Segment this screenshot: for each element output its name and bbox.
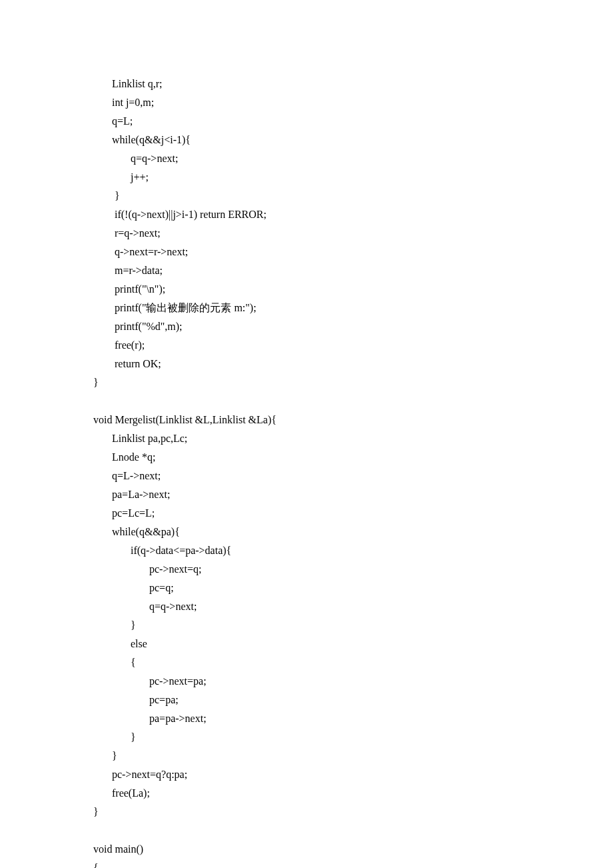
code-line: printf("%d",m); [93,317,520,336]
code-line: else [93,635,520,653]
code-line: pc->next=q?q:pa; [93,765,520,784]
code-line: q=q->next; [93,149,520,168]
code-line: } [93,373,520,392]
code-line: j++; [93,168,520,187]
code-line: int j=0,m; [93,93,520,112]
code-line: { [93,859,520,868]
code-line: if(q->data<=pa->data){ [93,541,520,560]
code-line: if(!(q->next)||j>i-1) return ERROR; [93,205,520,224]
code-line: r=q->next; [93,224,520,243]
code-line: printf("输出被删除的元素 m:"); [93,299,520,317]
code-line: } [93,803,520,821]
code-line: { [93,653,520,672]
code-line: pc->next=pa; [93,672,520,691]
code-line: void main() [93,840,520,859]
code-line: pc=Lc=L; [93,504,520,523]
code-line [93,821,520,840]
code-line: } [93,616,520,635]
code-line: pc=q; [93,579,520,597]
code-line: q=L; [93,112,520,131]
code-line: return OK; [93,355,520,373]
code-line [93,392,520,411]
code-line: pc->next=q; [93,560,520,579]
code-line: free(r); [93,336,520,355]
code-line: Linklist pa,pc,Lc; [93,429,520,448]
code-line: free(La); [93,784,520,803]
code-line: q->next=r->next; [93,243,520,261]
code-line: } [93,747,520,765]
document-page: Linklist q,r; int j=0,m; q=L; while(q&&j… [0,0,613,868]
code-line: pc=pa; [93,691,520,709]
code-line: pa=La->next; [93,485,520,504]
code-line: Lnode *q; [93,448,520,467]
code-line: void Mergelist(Linklist &L,Linklist &La)… [93,411,520,429]
code-line: q=L->next; [93,467,520,485]
code-line: Linklist q,r; [93,75,520,93]
code-line: printf("\n"); [93,280,520,299]
code-block: Linklist q,r; int j=0,m; q=L; while(q&&j… [93,75,520,868]
code-line: m=r->data; [93,261,520,280]
code-line: q=q->next; [93,597,520,616]
code-line: while(q&&j<i-1){ [93,131,520,149]
code-line: } [93,187,520,205]
code-line: pa=pa->next; [93,709,520,728]
code-line: while(q&&pa){ [93,523,520,541]
code-line: } [93,728,520,747]
